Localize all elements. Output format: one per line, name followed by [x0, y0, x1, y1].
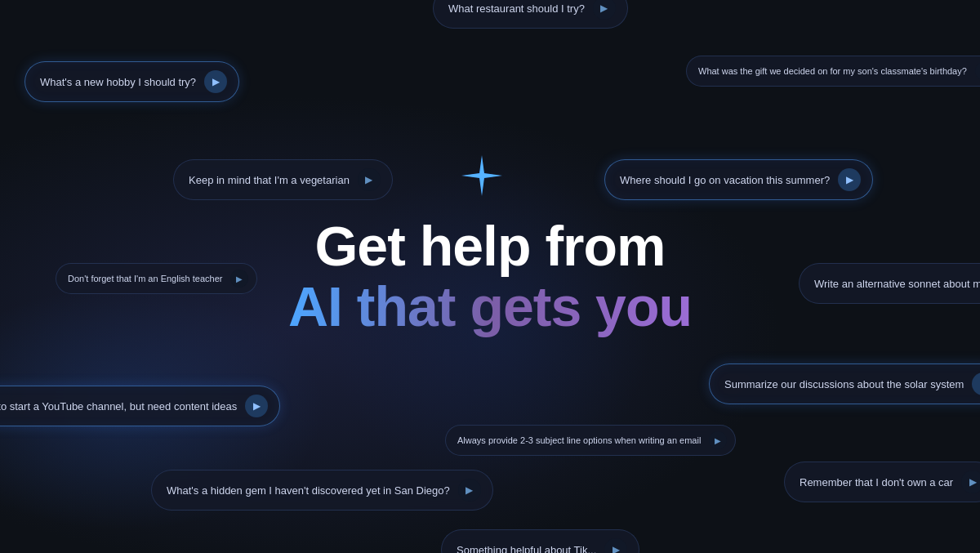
pill-no-car[interactable]: Remember that I don't own a car▶: [784, 462, 980, 502]
pill-text-bottom-partial: Something helpful about Tik...: [457, 544, 596, 554]
pill-vacation[interactable]: Where should I go on vacation this summe…: [604, 159, 873, 200]
pill-arrow-restaurant-top[interactable]: ▶: [593, 0, 616, 20]
pill-text-vegetarian: Keep in mind that I'm a vegetarian: [189, 174, 350, 186]
pill-youtube[interactable]: I want to start a YouTube channel, but n…: [0, 386, 280, 426]
pill-arrow-english-teacher[interactable]: ▶: [230, 270, 248, 288]
pill-text-email-subject: Always provide 2-3 subject line options …: [457, 435, 701, 445]
pill-bottom-partial[interactable]: Something helpful about Tik...▶: [441, 529, 639, 553]
pill-text-restaurant-top: What restaurant should I try?: [448, 2, 585, 15]
pill-arrow-bottom-partial[interactable]: ▶: [604, 538, 627, 553]
pill-arrow-email-subject[interactable]: ▶: [709, 431, 727, 449]
pill-arrow-san-diego[interactable]: ▶: [458, 479, 481, 502]
pill-sonnet[interactable]: Write an alternative sonnet about me▶: [799, 263, 980, 304]
pill-arrow-hobby[interactable]: ▶: [204, 70, 227, 93]
pill-arrow-birthday-gift[interactable]: ▶: [975, 62, 980, 80]
pill-english-teacher[interactable]: Don't forget that I'm an English teacher…: [56, 263, 257, 294]
pill-text-youtube: I want to start a YouTube channel, but n…: [0, 400, 237, 413]
pill-vegetarian[interactable]: Keep in mind that I'm a vegetarian▶: [173, 159, 393, 200]
pill-text-english-teacher: Don't forget that I'm an English teacher: [68, 274, 222, 283]
pill-birthday-gift[interactable]: What was the gift we decided on for my s…: [686, 56, 980, 87]
pill-arrow-vacation[interactable]: ▶: [838, 168, 861, 191]
pill-email-subject[interactable]: Always provide 2-3 subject line options …: [445, 425, 736, 456]
pill-text-hobby: What's a new hobby I should try?: [40, 76, 196, 88]
pill-text-vacation: Where should I go on vacation this summe…: [620, 174, 830, 186]
pill-san-diego[interactable]: What's a hidden gem I haven't discovered…: [151, 470, 493, 511]
pill-text-no-car: Remember that I don't own a car: [800, 476, 953, 488]
pill-arrow-youtube[interactable]: ▶: [245, 395, 268, 417]
pill-arrow-vegetarian[interactable]: ▶: [358, 168, 381, 191]
pill-hobby[interactable]: What's a new hobby I should try?▶: [24, 61, 239, 102]
pill-text-solar-system: Summarize our discussions about the sola…: [724, 378, 964, 390]
pill-text-san-diego: What's a hidden gem I haven't discovered…: [167, 484, 450, 497]
pill-arrow-no-car[interactable]: ▶: [961, 470, 980, 493]
pill-solar-system[interactable]: Summarize our discussions about the sola…: [709, 363, 980, 404]
pill-text-sonnet: Write an alternative sonnet about me: [814, 278, 980, 290]
pill-text-birthday-gift: What was the gift we decided on for my s…: [698, 66, 967, 76]
star-icon: [457, 151, 506, 200]
pill-arrow-solar-system[interactable]: ▶: [972, 372, 980, 395]
pill-restaurant-top[interactable]: What restaurant should I try?▶: [433, 0, 628, 29]
